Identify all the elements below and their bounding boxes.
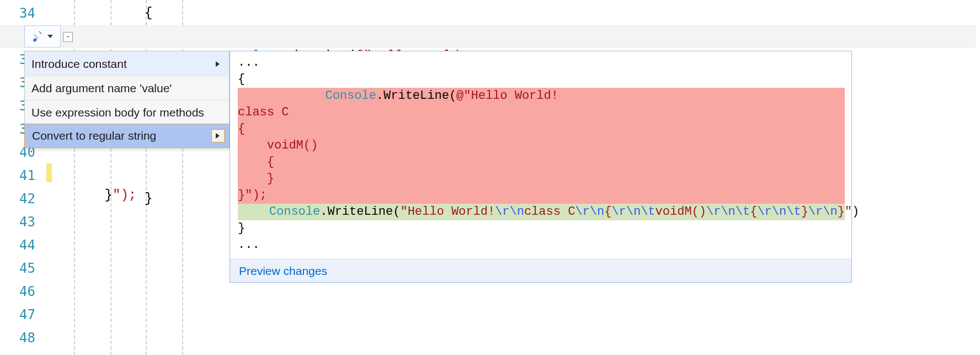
qa-item-introduce-constant[interactable]: Introduce constant xyxy=(25,51,229,76)
svg-rect-1 xyxy=(34,34,39,39)
chevron-right-icon xyxy=(211,129,225,142)
change-indicator xyxy=(46,163,52,182)
line-number: 42 xyxy=(0,189,35,209)
diff-removed-block: Console.WriteLine(@"Hello World! class C… xyxy=(238,88,845,204)
chevron-down-icon xyxy=(47,33,54,40)
preview-line: ... xyxy=(238,237,845,253)
chevron-right-icon xyxy=(211,57,225,71)
qa-item-label: Add argument name 'value' xyxy=(31,82,172,95)
qa-item-use-expression-body[interactable]: Use expression body for methods xyxy=(25,100,229,124)
line-number: 48 xyxy=(0,328,35,348)
qa-item-add-argument-name[interactable]: Add argument name 'value' xyxy=(25,76,229,100)
preview-line: ... xyxy=(238,55,845,71)
outline-collapse-toggle[interactable]: - xyxy=(63,32,73,42)
line-number: 47 xyxy=(0,305,35,325)
line-number: 45 xyxy=(0,258,35,278)
refactor-preview-footer: Preview changes xyxy=(230,259,851,282)
code-line: { xyxy=(73,3,976,23)
qa-item-label: Use expression body for methods xyxy=(31,106,204,119)
qa-item-convert-to-regular-string[interactable]: Convert to regular string xyxy=(24,124,230,148)
qa-item-label: Introduce constant xyxy=(31,57,127,71)
line-number: 41 xyxy=(0,166,35,186)
preview-line: } xyxy=(238,220,845,237)
svg-rect-2 xyxy=(39,31,42,34)
quick-actions-menu: Introduce constant Add argument name 'va… xyxy=(24,51,230,148)
refactor-preview-body: ... { Console.WriteLine(@"Hello World! c… xyxy=(230,51,851,259)
diff-added-block: Console.WriteLine("Hello World!\r\nclass… xyxy=(238,204,845,220)
screwdriver-icon xyxy=(31,30,45,43)
line-number: 34 xyxy=(0,3,35,23)
quick-actions-button[interactable] xyxy=(24,25,61,47)
preview-changes-link[interactable]: Preview changes xyxy=(239,264,327,278)
line-number: 43 xyxy=(0,212,35,232)
line-number: 44 xyxy=(0,235,35,255)
preview-line: { xyxy=(238,71,845,88)
qa-item-label: Convert to regular string xyxy=(32,129,156,142)
svg-rect-0 xyxy=(33,38,37,42)
line-number: 46 xyxy=(0,282,35,301)
refactor-preview-panel: ... { Console.WriteLine(@"Hello World! c… xyxy=(230,51,852,283)
